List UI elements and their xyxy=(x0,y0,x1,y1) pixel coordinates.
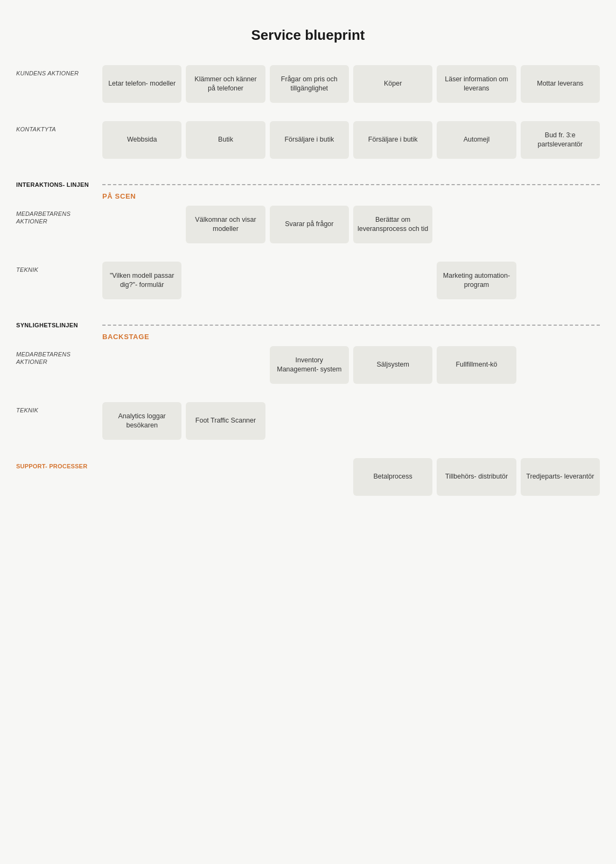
kontaktyta-cell-text-1: Butik xyxy=(218,135,233,145)
kundens_aktioner-cell-text-2: Frågar om pris och tillgänglighet xyxy=(274,75,345,94)
teknik2-label: TEKNIK xyxy=(16,402,102,414)
teknik2-cell-text-0: Analytics loggar besökaren xyxy=(107,412,177,431)
synlighetslinjen-divider: SYNLIGHETSLINJEN xyxy=(16,322,600,328)
kontaktyta-label: KONTAKTYTA xyxy=(16,121,102,133)
medarbetarens-aktioner-label: MEDARBETARENS AKTIONER xyxy=(16,206,102,226)
medarbetarens_aktioner2-cell-5 xyxy=(521,346,600,384)
kontaktyta-row: KONTAKTYTA WebbsidaButikFörsäljare i but… xyxy=(16,121,600,159)
support_processer-cell-text-4: Tillbehörs- distributör xyxy=(445,472,508,482)
teknik-cell-text-0: "Vilken modell passar dig?"- formulär xyxy=(107,271,177,290)
medarbetarens_aktioner-cell-4 xyxy=(437,206,516,243)
support_processer-cell-4: Tillbehörs- distributör xyxy=(437,458,516,496)
medarbetarens_aktioner-cell-0 xyxy=(102,206,181,243)
kontaktyta-cell-1: Butik xyxy=(186,121,265,159)
kundens_aktioner-cell-3: Köper xyxy=(353,65,432,103)
kontaktyta-cell-text-0: Webbsida xyxy=(127,135,157,145)
support_processer-cell-text-5: Tredjeparts- leverantör xyxy=(526,472,594,482)
backstage-text: BACKSTAGE xyxy=(102,333,149,341)
teknik2-row: TEKNIK Analytics loggar besökarenFoot Tr… xyxy=(16,402,600,440)
interaktionslinjen-line xyxy=(102,184,600,185)
medarbetarens_aktioner2-cell-1 xyxy=(186,346,265,384)
support_processer-cell-1 xyxy=(186,458,265,496)
medarbetarens_aktioner2-cell-text-2: Inventory Management- system xyxy=(274,356,345,375)
teknik-cell-0: "Vilken modell passar dig?"- formulär xyxy=(102,262,181,299)
medarbetarens-aktioner-cells: Välkomnar och visar modellerSvarar på fr… xyxy=(102,206,600,243)
teknik2-cell-4 xyxy=(437,402,516,440)
teknik2-cell-2 xyxy=(270,402,349,440)
teknik-cell-5 xyxy=(521,262,600,299)
kundens_aktioner-cell-text-1: Klämmer och känner på telefoner xyxy=(190,75,261,94)
teknik-row: TEKNIK "Vilken modell passar dig?"- form… xyxy=(16,262,600,299)
teknik2-cells: Analytics loggar besökarenFoot Traffic S… xyxy=(102,402,600,440)
teknik-cell-3 xyxy=(353,262,432,299)
kontaktyta-cell-text-2: Försäljare i butik xyxy=(284,135,334,145)
medarbetarens_aktioner2-cell-text-4: Fullfillment-kö xyxy=(456,360,497,370)
support_processer-cell-0 xyxy=(102,458,181,496)
kundens_aktioner-cell-text-5: Mottar leverans xyxy=(537,79,583,89)
kundens_aktioner-cell-text-3: Köper xyxy=(384,79,402,89)
kundens_aktioner-cell-2: Frågar om pris och tillgänglighet xyxy=(270,65,349,103)
medarbetarens_aktioner2-cell-3: Säljsystem xyxy=(353,346,432,384)
support_processer-cell-text-3: Betalprocess xyxy=(374,472,412,482)
medarbetarens_aktioner-cell-2: Svarar på frågor xyxy=(270,206,349,243)
kundens_aktioner-cell-text-4: Läser information om leverans xyxy=(441,75,512,94)
support-processer-row: SUPPORT- PROCESSER BetalprocessTillbehör… xyxy=(16,458,600,496)
interaktionslinjen-label: INTERAKTIONS- LINJEN xyxy=(16,181,102,188)
kundens_aktioner-cell-5: Mottar leverans xyxy=(521,65,600,103)
medarbetarens_aktioner2-cell-2: Inventory Management- system xyxy=(270,346,349,384)
kundens_aktioner-cell-0: Letar telefon- modeller xyxy=(102,65,181,103)
teknik-cell-1 xyxy=(186,262,265,299)
kundens_aktioner-cell-text-0: Letar telefon- modeller xyxy=(108,79,176,89)
kontaktyta-cell-5: Bud fr. 3:e partsleverantör xyxy=(521,121,600,159)
medarbetarens_aktioner-cell-1: Välkomnar och visar modeller xyxy=(186,206,265,243)
support_processer-cell-2 xyxy=(270,458,349,496)
kontaktyta-cell-text-3: Försäljare i butik xyxy=(368,135,418,145)
kundens_aktioner-cell-1: Klämmer och känner på telefoner xyxy=(186,65,265,103)
medarbetarens-aktioner-row: MEDARBETARENS AKTIONER Välkomnar och vis… xyxy=(16,206,600,243)
teknik2-cell-3 xyxy=(353,402,432,440)
teknik-cell-4: Marketing automation- program xyxy=(437,262,516,299)
teknik2-cell-1: Foot Traffic Scanner xyxy=(186,402,265,440)
page-title: Service blueprint xyxy=(16,27,600,44)
kontaktyta-cell-text-5: Bud fr. 3:e partsleverantör xyxy=(525,131,596,150)
kundens-aktioner-cells: Letar telefon- modellerKlämmer och känne… xyxy=(102,65,600,103)
synlighetslinjen-line xyxy=(102,325,600,326)
teknik2-cell-5 xyxy=(521,402,600,440)
medarbetarens_aktioner2-cell-text-3: Säljsystem xyxy=(376,360,409,370)
support_processer-cell-3: Betalprocess xyxy=(353,458,432,496)
teknik-cells: "Vilken modell passar dig?"- formulärMar… xyxy=(102,262,600,299)
medarbetarens-aktioner2-label: MEDARBETARENS AKTIONER xyxy=(16,346,102,366)
kontaktyta-cell-4: Automejl xyxy=(437,121,516,159)
kundens_aktioner-cell-4: Läser information om leverans xyxy=(437,65,516,103)
medarbetarens_aktioner2-cell-0 xyxy=(102,346,181,384)
support-processer-cells: BetalprocessTillbehörs- distributörTredj… xyxy=(102,458,600,496)
backstage-header: BACKSTAGE xyxy=(16,333,600,341)
teknik2-cell-text-1: Foot Traffic Scanner xyxy=(195,416,256,426)
teknik-cell-text-4: Marketing automation- program xyxy=(441,271,512,290)
kontaktyta-cell-0: Webbsida xyxy=(102,121,181,159)
medarbetarens-aktioner2-row: MEDARBETARENS AKTIONER Inventory Managem… xyxy=(16,346,600,384)
teknik-cell-2 xyxy=(270,262,349,299)
pa-scen-text: PÅ SCEN xyxy=(102,192,136,200)
medarbetarens_aktioner-cell-5 xyxy=(521,206,600,243)
teknik2-cell-0: Analytics loggar besökaren xyxy=(102,402,181,440)
kundens-aktioner-label: KUNDENS AKTIONER xyxy=(16,65,102,77)
medarbetarens_aktioner-cell-text-1: Välkomnar och visar modeller xyxy=(190,215,261,234)
synlighetslinjen-label: SYNLIGHETSLINJEN xyxy=(16,322,102,328)
kontaktyta-cells: WebbsidaButikFörsäljare i butikFörsäljar… xyxy=(102,121,600,159)
interaktionslinjen-divider: INTERAKTIONS- LINJEN xyxy=(16,181,600,188)
medarbetarens_aktioner2-cell-4: Fullfillment-kö xyxy=(437,346,516,384)
support_processer-cell-5: Tredjeparts- leverantör xyxy=(521,458,600,496)
medarbetarens_aktioner-cell-3: Berättar om leveransprocess och tid xyxy=(353,206,432,243)
kontaktyta-cell-2: Försäljare i butik xyxy=(270,121,349,159)
kundens-aktioner-row: KUNDENS AKTIONER Letar telefon- modeller… xyxy=(16,65,600,103)
kontaktyta-cell-text-4: Automejl xyxy=(464,135,490,145)
support-processer-label: SUPPORT- PROCESSER xyxy=(16,458,102,470)
pa-scen-header: PÅ SCEN xyxy=(16,192,600,200)
medarbetarens_aktioner-cell-text-3: Berättar om leveransprocess och tid xyxy=(358,215,428,234)
medarbetarens-aktioner2-cells: Inventory Management- systemSäljsystemFu… xyxy=(102,346,600,384)
kontaktyta-cell-3: Försäljare i butik xyxy=(353,121,432,159)
teknik-label: TEKNIK xyxy=(16,262,102,273)
medarbetarens_aktioner-cell-text-2: Svarar på frågor xyxy=(285,220,333,229)
